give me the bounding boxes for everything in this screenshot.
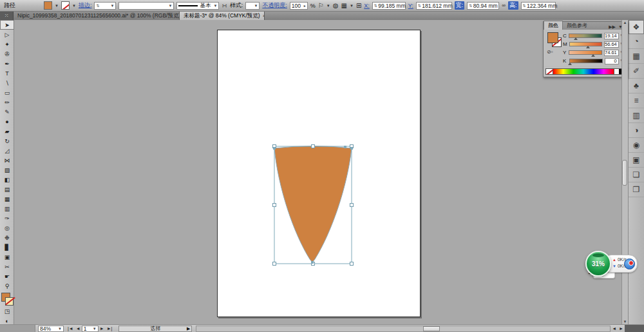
symbol-sprayer-tool[interactable]: ❉	[0, 233, 14, 242]
align-panel-icon[interactable]: ▦	[341, 2, 347, 9]
style-combo[interactable]: ▼	[245, 2, 260, 10]
magic-wand-tool[interactable]: ✦	[0, 39, 14, 49]
dock-appearance-button[interactable]: ◉	[629, 138, 644, 153]
handle-mid-left[interactable]	[273, 204, 276, 207]
select-similar-icon[interactable]: ⚐	[318, 2, 324, 9]
handle-top-mid[interactable]	[312, 145, 315, 148]
dock-layers-button[interactable]: ❏	[629, 168, 644, 182]
stroke-dropdown-icon[interactable]: ▼	[72, 4, 76, 8]
gradient-tool[interactable]: ▥	[0, 204, 14, 213]
dock-graphic-styles-button[interactable]: ▣	[629, 153, 644, 168]
select-similar-dropdown-icon[interactable]: ▼	[327, 4, 330, 8]
paintbrush-tool[interactable]: ✏	[0, 97, 14, 107]
direct-selection-tool[interactable]: ▷	[0, 30, 14, 39]
reference-point-icon[interactable]: ⊞	[356, 2, 361, 9]
panel-collapse-icon[interactable]: ▶▶	[609, 24, 616, 30]
artboard-tool[interactable]: ▣	[0, 252, 14, 262]
horizontal-scrollbar[interactable]	[196, 326, 611, 332]
anchor-bottom-tip[interactable]	[311, 261, 314, 264]
align-dropdown-icon[interactable]: ▼	[350, 4, 354, 8]
yellow-slider-thumb[interactable]	[591, 54, 595, 57]
perspective-grid-tool[interactable]: ▤	[0, 184, 14, 194]
isolate-mode-icon[interactable]: ◍	[333, 2, 339, 9]
shape-builder-tool[interactable]: ◧	[0, 175, 14, 184]
width-profile-combo[interactable]: ▼	[118, 2, 174, 10]
cone-shape[interactable]	[274, 146, 352, 262]
document-tab-2[interactable]: 未标题-3* @ 84% (CMYK/预览) ×	[180, 12, 265, 20]
line-segment-tool[interactable]: ∖	[0, 78, 14, 88]
selection-tool[interactable]: ➤	[0, 20, 14, 30]
dock-swatches-button[interactable]: ▦	[629, 49, 644, 64]
first-artboard-button[interactable]: |◄	[68, 326, 73, 331]
progress-sphere[interactable]: 31%	[585, 251, 611, 277]
width-field[interactable]: ⇅ 80.94 mm	[467, 2, 499, 10]
dock-symbols-button[interactable]: ♣	[629, 79, 644, 93]
fill-color-swatch[interactable]	[44, 1, 52, 10]
blend-tool[interactable]: ◎	[0, 223, 14, 233]
lasso-tool[interactable]: ✇	[0, 49, 14, 59]
fill-dropdown-icon[interactable]: ▼	[55, 4, 59, 8]
dock-color-button[interactable]: ❖	[629, 20, 644, 34]
tab-close-icon[interactable]: ×	[263, 13, 265, 19]
dock-brushes-button[interactable]: ✐	[629, 64, 644, 79]
cyan-value-field[interactable]: 19.14	[604, 33, 619, 39]
none-color-icon[interactable]: ⊘▫	[547, 49, 553, 55]
magenta-value-field[interactable]: 56.64	[604, 41, 619, 48]
eraser-tool[interactable]: ▰	[0, 126, 14, 136]
pencil-tool[interactable]: ✎	[0, 107, 14, 117]
status-menu-icon[interactable]: ▶	[187, 326, 190, 331]
dock-stroke-button[interactable]: ≡	[629, 93, 644, 108]
tab-color-guide[interactable]: 颜色参考	[563, 21, 591, 30]
rotate-tool[interactable]: ↻	[0, 136, 14, 146]
stroke-weight-combo[interactable]: ⇅▼	[94, 2, 116, 10]
yellow-value-field[interactable]: 74.61	[604, 50, 619, 56]
spectrum-gradient[interactable]	[553, 69, 614, 74]
opacity-combo[interactable]: 100▸	[290, 2, 308, 10]
artboard-number-combo[interactable]: 1▼	[82, 326, 99, 332]
type-tool[interactable]: T	[0, 68, 14, 78]
spectrum-white-swatch[interactable]	[614, 69, 619, 74]
mesh-tool[interactable]: ▦	[0, 194, 14, 204]
scroll-down-icon[interactable]: ▼	[622, 320, 628, 324]
cyan-slider-thumb[interactable]	[574, 37, 578, 40]
previous-artboard-button[interactable]: ◄	[76, 326, 80, 331]
handle-bottom-left[interactable]	[273, 262, 276, 266]
dock-color-guide-button[interactable]: ◔	[629, 34, 644, 49]
panel-fill-swatch[interactable]	[547, 32, 558, 43]
zoom-level-combo[interactable]: 84%▼	[38, 326, 64, 332]
y-field[interactable]: ⇅ 181.612 mm	[416, 2, 452, 10]
last-artboard-button[interactable]: ►|	[107, 326, 113, 331]
pen-tool[interactable]: ✒	[0, 59, 14, 68]
x-field[interactable]: ⇅ 99.185 mm	[372, 2, 406, 10]
dock-gradient-button[interactable]: ▥	[629, 108, 644, 123]
scroll-left-icon[interactable]: ◄	[612, 326, 616, 331]
rectangle-tool[interactable]: ▭	[0, 88, 14, 97]
scroll-up-icon[interactable]: ▲	[622, 21, 628, 24]
cyan-slider[interactable]	[569, 34, 602, 38]
document-tab-1[interactable]: Nipic_10999358_20180701231125656000.ai* …	[14, 12, 180, 20]
status-indicator[interactable]: 选择 ▶	[118, 326, 192, 332]
black-value-field[interactable]: 0	[605, 58, 619, 64]
scale-tool[interactable]: ◿	[0, 146, 14, 155]
anchor-top-left[interactable]	[273, 147, 276, 150]
anchor-top-right-curve[interactable]	[344, 146, 346, 148]
anchor-top-right[interactable]	[350, 147, 353, 150]
dock-transparency-button[interactable]: ◑	[629, 123, 644, 138]
artboard[interactable]	[217, 30, 421, 317]
magenta-slider-thumb[interactable]	[586, 46, 590, 48]
brush-definition-combo[interactable]: 基本 ▼	[176, 2, 219, 10]
downloader-logo-icon[interactable]	[624, 259, 635, 269]
scroll-right-icon[interactable]: ►	[619, 326, 623, 331]
stroke-link[interactable]: 描边:	[79, 1, 92, 10]
recolor-artwork-icon[interactable]: ∺	[222, 2, 227, 9]
horizontal-scroll-thumb[interactable]	[423, 326, 440, 331]
fill-stroke-indicator[interactable]	[0, 292, 14, 306]
blob-brush-tool[interactable]: ●	[0, 117, 14, 126]
stroke-color-swatch[interactable]	[61, 1, 70, 10]
tab-color[interactable]: 颜色	[544, 21, 563, 30]
zoom-tool[interactable]: ⚲	[0, 281, 14, 291]
eyedropper-tool[interactable]: ✑	[0, 213, 14, 223]
yellow-slider[interactable]	[569, 50, 602, 55]
slice-tool[interactable]: ✂	[0, 262, 14, 271]
hand-tool[interactable]: ☛	[0, 271, 14, 281]
